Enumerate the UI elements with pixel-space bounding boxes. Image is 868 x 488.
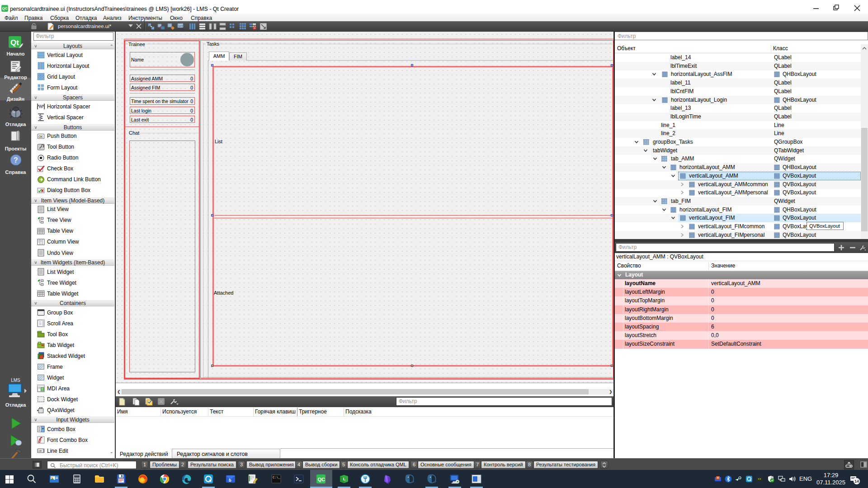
svg-text:OK: OK bbox=[38, 135, 43, 138]
svg-text:QC: QC bbox=[317, 477, 325, 482]
svg-text:?: ? bbox=[14, 156, 18, 164]
svg-text:C:\_: C:\_ bbox=[273, 476, 281, 479]
svg-text:AB: AB bbox=[38, 450, 42, 452]
svg-text:Qt: Qt bbox=[10, 38, 19, 47]
svg-text:123: 123 bbox=[178, 24, 183, 27]
svg-text:L: L bbox=[343, 477, 346, 481]
svg-text:b: b bbox=[229, 478, 231, 483]
